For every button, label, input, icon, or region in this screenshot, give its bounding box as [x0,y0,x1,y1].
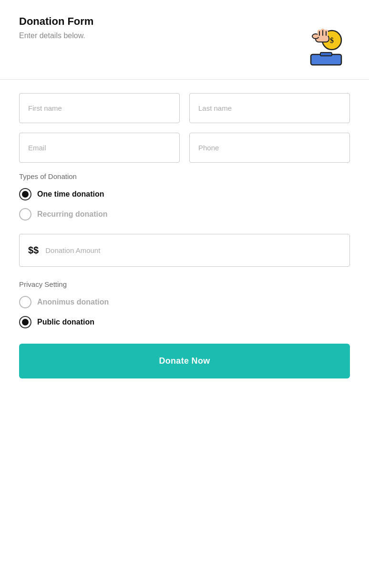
email-input[interactable] [19,133,180,163]
anonymous-label: Anonimus donation [37,298,109,306]
page-title: Donation Form [19,15,93,28]
form-body: Types of Donation One time donation Recu… [0,93,369,398]
header: Donation Form Enter details below. $ [0,0,369,79]
public-radio-circle [19,316,31,328]
privacy-label: Privacy Setting [19,280,350,288]
contact-row [19,133,350,163]
donate-now-button[interactable]: Donate Now [19,344,350,378]
one-time-radio-circle [19,188,31,200]
one-time-label: One time donation [37,190,104,199]
header-text: Donation Form Enter details below. [19,15,93,40]
donation-types-section: Types of Donation One time donation Recu… [19,172,350,220]
donation-types-label: Types of Donation [19,172,350,180]
page-subtitle: Enter details below. [19,32,93,40]
header-divider [0,79,369,80]
anonymous-donation-option[interactable]: Anonimus donation [19,296,350,308]
donation-amount-row: $$ [19,234,350,267]
donation-amount-input[interactable] [45,246,341,254]
recurring-radio-circle [19,208,31,220]
phone-input[interactable] [189,133,350,163]
last-name-input[interactable] [189,93,350,123]
recurring-label: Recurring donation [37,210,108,219]
public-donation-option[interactable]: Public donation [19,316,350,328]
name-row [19,93,350,123]
first-name-input[interactable] [19,93,180,123]
privacy-section: Privacy Setting Anonimus donation Public… [19,280,350,328]
one-time-donation-option[interactable]: One time donation [19,188,350,200]
svg-text:$: $ [330,36,334,44]
currency-symbol: $$ [28,245,39,256]
donation-icon: $ [302,15,350,68]
anonymous-radio-circle [19,296,31,308]
svg-rect-1 [320,52,332,56]
recurring-donation-option[interactable]: Recurring donation [19,208,350,220]
public-label: Public donation [37,318,94,326]
